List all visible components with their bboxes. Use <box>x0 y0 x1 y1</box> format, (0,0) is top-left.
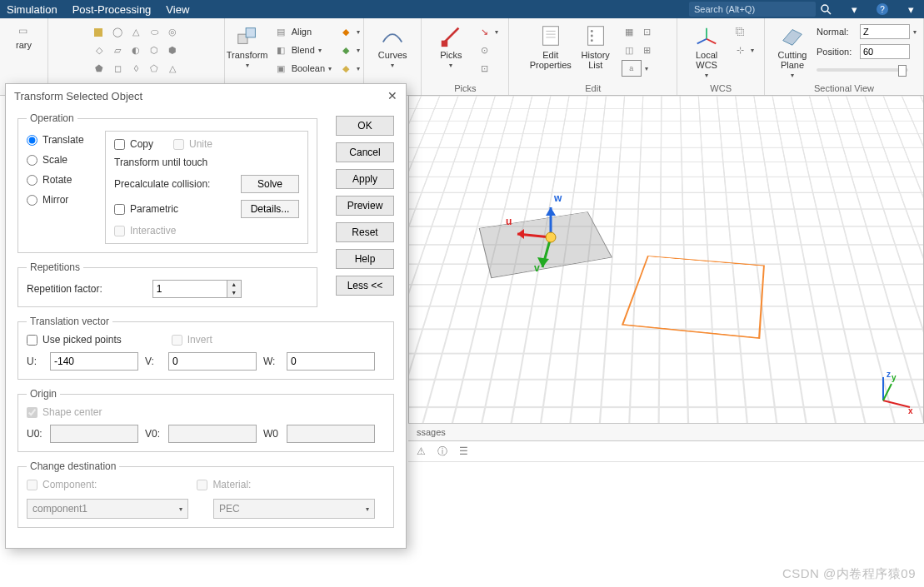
shape9-icon[interactable]: ◊ <box>128 61 143 76</box>
position-slider[interactable] <box>817 68 908 72</box>
history-list-label: History List <box>582 50 610 70</box>
pick1-icon[interactable]: ↘ <box>477 24 492 39</box>
mirror-radio[interactable]: Mirror <box>27 194 98 206</box>
svg-point-16 <box>591 39 593 42</box>
help-icon[interactable]: ? <box>876 2 889 16</box>
svg-point-15 <box>591 35 593 37</box>
v-input[interactable] <box>168 352 257 371</box>
edit1-icon[interactable]: ▦ <box>622 24 637 39</box>
info-icon[interactable]: ⓘ <box>437 445 447 459</box>
apply-button[interactable]: Apply <box>336 169 394 189</box>
messages-tab[interactable]: ssages <box>408 427 454 437</box>
u-input[interactable] <box>50 352 138 371</box>
local-wcs-button[interactable]: Local WCS▾ <box>686 23 727 79</box>
menu-post-processing[interactable]: Post-Processing <box>72 3 152 16</box>
edit-group-label: Edit <box>585 82 601 95</box>
translate-radio[interactable]: Translate <box>27 134 98 146</box>
search-box[interactable] <box>689 2 832 17</box>
warning-icon[interactable]: ⚠ <box>417 445 426 457</box>
sphere-icon[interactable]: ◯ <box>110 24 125 39</box>
shape4-icon[interactable]: ◐ <box>128 42 143 57</box>
tool2-icon[interactable]: ◆ <box>338 42 353 57</box>
blend-button[interactable]: ◧Blend▾ <box>272 42 333 58</box>
dialog-titlebar[interactable]: Transform Selected Object ✕ <box>6 84 406 107</box>
3d-viewport[interactable]: u w v z x y <box>408 95 924 425</box>
shape-icon[interactable]: ▭ <box>16 23 31 38</box>
rotate-radio[interactable]: Rotate <box>27 174 98 186</box>
view-axes: z x y <box>867 367 917 417</box>
wcs1-icon[interactable]: ⿻ <box>732 24 747 39</box>
cone-icon[interactable]: △ <box>128 24 143 39</box>
reset-button[interactable]: Reset <box>336 222 394 242</box>
boolean-button[interactable]: ▣Boolean▾ <box>272 60 333 77</box>
align-button[interactable]: ▤Align <box>272 23 333 40</box>
edit3-icon[interactable]: ◫ <box>622 42 637 57</box>
edit2-icon[interactable]: ⊡ <box>640 24 655 39</box>
spin-up-icon[interactable]: ▲ <box>227 281 241 289</box>
tool3-icon[interactable]: ◆ <box>338 61 353 76</box>
picks-button[interactable]: Picks▾ <box>430 23 472 69</box>
cancel-button[interactable]: Cancel <box>336 142 394 162</box>
spin-down-icon[interactable]: ▼ <box>227 289 241 297</box>
pick3-icon[interactable]: ⊡ <box>477 61 492 76</box>
copy-checkbox[interactable]: Copy <box>114 138 153 150</box>
shape7-icon[interactable]: ⬟ <box>92 61 107 76</box>
shape10-icon[interactable]: ⬠ <box>147 61 162 76</box>
library-label[interactable]: rary <box>16 40 32 50</box>
shape3-icon[interactable]: ▱ <box>110 42 125 57</box>
dropdown-icon[interactable]: ▾ <box>847 2 861 16</box>
svg-line-1 <box>827 11 831 14</box>
torus-icon[interactable]: ◎ <box>165 24 180 39</box>
details-button[interactable]: Details... <box>241 200 299 218</box>
parametric-checkbox[interactable]: Parametric <box>114 203 178 215</box>
shape5-icon[interactable]: ⬡ <box>147 42 162 57</box>
cube-icon[interactable] <box>92 24 107 39</box>
indent-icon[interactable]: ☰ <box>459 445 468 457</box>
menu-simulation[interactable]: Simulation <box>7 3 57 16</box>
repetition-factor-input[interactable] <box>152 280 227 298</box>
svg-rect-6 <box>246 28 255 37</box>
dialog-title: Transform Selected Object <box>14 90 142 102</box>
history-list-button[interactable]: History List <box>575 23 617 70</box>
normal-input[interactable] <box>860 24 910 39</box>
tool1-icon[interactable]: ◆ <box>338 24 353 39</box>
shape8-icon[interactable]: ◻ <box>110 61 125 76</box>
w-input[interactable] <box>287 352 375 371</box>
solve-button[interactable]: Solve <box>241 175 299 193</box>
svg-marker-24 <box>546 207 556 216</box>
svg-point-27 <box>546 232 556 242</box>
curves-button[interactable]: Curves▾ <box>372 23 413 69</box>
wcs2-icon[interactable]: ⊹ <box>732 42 747 57</box>
invert-checkbox: Invert <box>172 334 212 346</box>
help-button[interactable]: Help <box>336 249 394 269</box>
close-icon[interactable]: ✕ <box>387 89 397 102</box>
menu-view[interactable]: View <box>166 3 189 16</box>
transform-button[interactable]: Transform▾ <box>227 23 268 69</box>
transform-dialog: Transform Selected Object ✕ OK Cancel Ap… <box>5 83 407 549</box>
search-input[interactable] <box>689 2 816 17</box>
scale-radio[interactable]: Scale <box>27 154 98 166</box>
shape2-icon[interactable]: ◇ <box>92 42 107 57</box>
pick2-icon[interactable]: ⊙ <box>477 42 492 57</box>
transform-until-touch-label: Transform until touch <box>114 157 299 168</box>
shape6-icon[interactable]: ⬢ <box>165 42 180 57</box>
preview-button[interactable]: Preview <box>336 196 394 216</box>
v0-input <box>168 425 257 443</box>
w-label: W: <box>263 356 280 367</box>
edit-properties-button[interactable]: Edit Properties <box>530 23 572 70</box>
less-button[interactable]: Less << <box>336 276 394 296</box>
ok-button[interactable]: OK <box>336 116 394 136</box>
shape11-icon[interactable]: △ <box>165 61 180 76</box>
search-icon[interactable] <box>819 2 832 16</box>
menu-dropdown-icon[interactable]: ▾ <box>904 2 917 16</box>
watermark: CSDN @内卷程序猿09 <box>782 566 916 582</box>
position-input[interactable] <box>860 44 910 59</box>
cutting-plane-button[interactable]: Cutting Plane▾ <box>772 23 813 79</box>
normal-dropdown-icon[interactable]: ▾ <box>913 28 917 36</box>
translation-vector-legend: Translation vector <box>27 316 112 327</box>
boolean-icon: ▣ <box>273 61 288 76</box>
use-picked-points-checkbox[interactable]: Use picked points <box>27 334 122 346</box>
edit5-icon[interactable]: a <box>622 60 642 77</box>
cylinder-icon[interactable]: ⬭ <box>147 24 162 39</box>
edit4-icon[interactable]: ⊞ <box>640 42 655 57</box>
